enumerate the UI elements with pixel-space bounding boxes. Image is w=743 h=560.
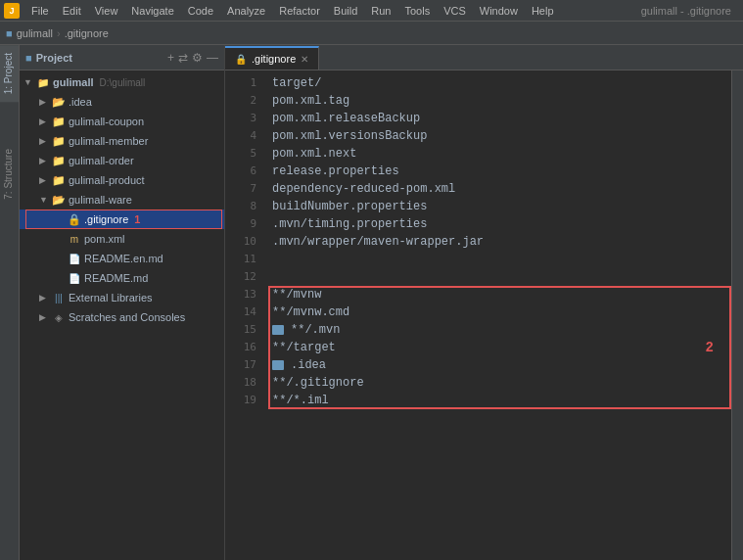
menu-file[interactable]: File (25, 3, 55, 19)
menu-analyze[interactable]: Analyze (221, 3, 271, 19)
tree-item-extlibs[interactable]: ▶ ||| External Libraries (20, 288, 224, 307)
nav-bar: ■ gulimall › .gitignore (0, 22, 743, 45)
tab-close-button[interactable]: ✕ (301, 54, 308, 65)
label-coupon: gulimall-coupon (69, 116, 144, 127)
label-gitignore: .gitignore (84, 213, 128, 225)
ln-7: 7 (225, 180, 264, 198)
sync-icon[interactable]: ⇄ (178, 51, 188, 65)
md-icon-readme-en: 📄 (68, 252, 81, 265)
project-tab[interactable]: 1: Project (0, 45, 19, 102)
ln-2: 2 (225, 92, 264, 110)
folder-mini-17 (272, 360, 284, 370)
menu-build[interactable]: Build (328, 3, 363, 19)
tree-item-gitignore[interactable]: 🔒 .gitignore 1 (20, 210, 224, 229)
folder-icon-coupon: 📁 (52, 115, 66, 128)
editor-tab-gitignore[interactable]: 🔒 .gitignore ✕ (225, 46, 319, 70)
project-header: ■ Project + ⇄ ⚙ — (20, 45, 224, 70)
menu-code[interactable]: Code (182, 3, 219, 19)
minimize-icon[interactable]: — (207, 51, 218, 65)
code-line-2: pom.xml.tag (272, 92, 723, 110)
folder-icon-product: 📁 (52, 173, 66, 187)
tree-item-readme[interactable]: 📄 README.md (20, 268, 224, 288)
arrow-product: ▶ (39, 175, 49, 185)
label-gulimall: gulimall (53, 76, 94, 88)
path-gulimall: D:\gulimall (100, 77, 146, 88)
code-line-8: buildNumber.properties (272, 198, 723, 215)
folder-icon-ware: 📂 (52, 193, 66, 207)
arrow-gulimall: ▼ (23, 77, 33, 87)
extlibs-icon: ||| (52, 291, 66, 304)
folder-mini-15 (272, 325, 284, 335)
code-line-3: pom.xml.releaseBackup (272, 110, 723, 127)
badge-2: 2 (706, 340, 714, 355)
breadcrumb-sep: › (57, 27, 61, 39)
breadcrumb-file[interactable]: .gitignore (65, 27, 109, 39)
tree-item-order[interactable]: ▶ 📁 gulimall-order (20, 151, 224, 170)
folder-icon-order: 📁 (52, 154, 66, 167)
code-line-1: target/ (272, 74, 723, 92)
code-line-15: **/.mvn (272, 321, 723, 339)
arrow-member: ▶ (39, 136, 49, 146)
right-scrollbar[interactable] (731, 70, 743, 560)
menu-refactor[interactable]: Refactor (273, 3, 326, 19)
tree-item-coupon[interactable]: ▶ 📁 gulimall-coupon (20, 112, 224, 131)
arrow-coupon: ▶ (39, 117, 49, 126)
label-member: gulimall-member (69, 135, 148, 147)
project-tree: ▼ 📁 gulimall D:\gulimall ▶ 📂 .idea ▶ 📁 g… (20, 70, 224, 560)
ln-9: 9 (225, 215, 264, 233)
ln-11: 11 (225, 251, 264, 268)
label-extlibs: External Libraries (69, 292, 153, 303)
tree-item-idea[interactable]: ▶ 📂 .idea (20, 92, 224, 112)
arrow-idea: ▶ (39, 97, 49, 107)
code-line-13: **/mvnw (272, 286, 723, 303)
arrow-order: ▶ (39, 156, 49, 165)
tree-item-pomxml[interactable]: m pom.xml (20, 229, 224, 249)
folder-icon-gulimall: 📁 (36, 75, 50, 89)
structure-tab[interactable]: 7: Structure (0, 141, 19, 208)
code-line-17: .idea (272, 356, 723, 374)
menu-window[interactable]: Window (474, 3, 524, 19)
tree-item-scratches[interactable]: ▶ ◈ Scratches and Consoles (20, 307, 224, 327)
tree-item-ware[interactable]: ▼ 📂 gulimall-ware (20, 190, 224, 210)
menu-edit[interactable]: Edit (57, 3, 87, 19)
settings-icon[interactable]: ⚙ (192, 51, 203, 65)
ln-6: 6 (225, 163, 264, 180)
menu-view[interactable]: View (89, 3, 124, 19)
code-editor[interactable]: target/ pom.xml.tag pom.xml.releaseBacku… (264, 70, 731, 560)
ln-16: 16 (225, 339, 264, 356)
editor-content: 1 2 3 4 5 6 7 8 9 10 11 12 13 14 15 16 1… (225, 70, 743, 560)
add-icon[interactable]: + (167, 51, 174, 65)
breadcrumb-project[interactable]: gulimall (17, 27, 53, 39)
left-tab-strip: 1: Project 7: Structure (0, 45, 20, 560)
menu-navigate[interactable]: Navigate (125, 3, 179, 19)
menu-run[interactable]: Run (365, 3, 396, 19)
ln-8: 8 (225, 198, 264, 215)
ln-4: 4 (225, 127, 264, 145)
xml-icon: m (68, 232, 81, 246)
project-folder-icon: ■ (25, 52, 32, 64)
tree-item-member[interactable]: ▶ 📁 gulimall-member (20, 131, 224, 151)
code-line-6: release.properties (272, 163, 723, 180)
ln-13: 13 (225, 286, 264, 303)
project-panel: ■ Project + ⇄ ⚙ — ▼ 📁 gulimall D:\gulima… (20, 45, 225, 560)
menu-bar: J File Edit View Navigate Code Analyze R… (0, 0, 743, 22)
label-ware: gulimall-ware (69, 194, 132, 206)
code-line-7: dependency-reduced-pom.xml (272, 180, 723, 198)
label-readme-en: README.en.md (84, 253, 163, 264)
code-line-10: .mvn/wrapper/maven-wrapper.jar (272, 233, 723, 251)
ln-18: 18 (225, 374, 264, 392)
label-order: gulimall-order (69, 155, 134, 166)
menu-vcs[interactable]: VCS (438, 3, 472, 19)
code-line-14: **/mvnw.cmd (272, 303, 723, 321)
tree-item-product[interactable]: ▶ 📁 gulimall-product (20, 170, 224, 190)
code-line-12 (272, 268, 723, 286)
label-readme: README.md (84, 272, 148, 284)
ln-10: 10 (225, 233, 264, 251)
tree-item-readme-en[interactable]: 📄 README.en.md (20, 249, 224, 268)
tree-item-gulimall[interactable]: ▼ 📁 gulimall D:\gulimall (20, 72, 224, 92)
menu-help[interactable]: Help (526, 3, 560, 19)
menu-tools[interactable]: Tools (398, 3, 436, 19)
project-header-title: Project (36, 52, 163, 64)
window-title: gulimall - .gitignore (641, 5, 739, 17)
label-product: gulimall-product (69, 174, 145, 186)
